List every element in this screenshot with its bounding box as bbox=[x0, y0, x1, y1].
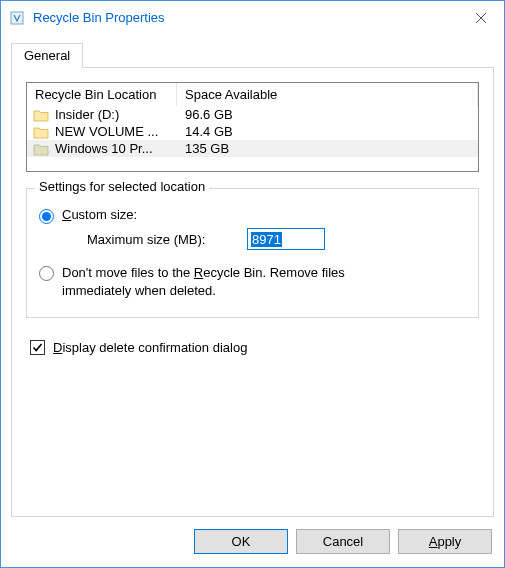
max-size-label: Maximum size (MB): bbox=[87, 232, 247, 247]
apply-button[interactable]: Apply bbox=[398, 529, 492, 554]
row-space: 135 GB bbox=[183, 141, 229, 156]
tab-label: General bbox=[24, 48, 70, 63]
row-name: NEW VOLUME ... bbox=[55, 124, 183, 139]
folder-icon bbox=[33, 108, 49, 122]
group-legend: Settings for selected location bbox=[35, 179, 209, 194]
radio-dont-move[interactable]: Don't move files to the Recycle Bin. Rem… bbox=[39, 264, 466, 299]
col-space-header[interactable]: Space Available bbox=[177, 83, 478, 106]
max-size-input-wrap[interactable]: 8971 bbox=[247, 228, 325, 250]
tab-panel: Recycle Bin Location Space Available Ins… bbox=[11, 67, 494, 517]
row-space: 96.6 GB bbox=[183, 107, 233, 122]
dialog-window: Recycle Bin Properties General Recycle B… bbox=[0, 0, 505, 568]
titlebar: Recycle Bin Properties bbox=[1, 1, 504, 34]
dialog-buttons: OK Cancel Apply bbox=[194, 529, 492, 554]
radio-custom-size[interactable]: Custom size: bbox=[39, 207, 466, 224]
ok-button[interactable]: OK bbox=[194, 529, 288, 554]
checkbox-label: Display delete confirmation dialog bbox=[53, 340, 247, 355]
row-name: Windows 10 Pr... bbox=[55, 141, 183, 156]
radio-custom-input[interactable] bbox=[39, 209, 54, 224]
max-size-value: 8971 bbox=[251, 232, 282, 247]
locations-list: Recycle Bin Location Space Available Ins… bbox=[26, 82, 479, 172]
row-name: Insider (D:) bbox=[55, 107, 183, 122]
radio-custom-label: Custom size: bbox=[62, 207, 137, 222]
checkbox-icon[interactable] bbox=[30, 340, 45, 355]
folder-icon bbox=[33, 125, 49, 139]
cancel-label: Cancel bbox=[323, 534, 363, 549]
row-space: 14.4 GB bbox=[183, 124, 233, 139]
close-button[interactable] bbox=[458, 1, 504, 34]
window-title: Recycle Bin Properties bbox=[33, 10, 458, 25]
max-size-row: Maximum size (MB): 8971 bbox=[87, 228, 466, 250]
list-row[interactable]: NEW VOLUME ... 14.4 GB bbox=[27, 123, 478, 140]
radio-dont-label: Don't move files to the Recycle Bin. Rem… bbox=[62, 264, 402, 299]
folder-icon bbox=[33, 142, 49, 156]
confirm-checkbox-row[interactable]: Display delete confirmation dialog bbox=[30, 340, 479, 355]
col-location-header[interactable]: Recycle Bin Location bbox=[27, 83, 177, 106]
apply-label: Apply bbox=[429, 534, 462, 549]
list-row[interactable]: Insider (D:) 96.6 GB bbox=[27, 106, 478, 123]
settings-group: Settings for selected location Custom si… bbox=[26, 188, 479, 318]
recycle-bin-icon bbox=[9, 10, 25, 26]
dialog-body: General Recycle Bin Location Space Avail… bbox=[1, 34, 504, 566]
list-header: Recycle Bin Location Space Available bbox=[27, 83, 478, 106]
ok-label: OK bbox=[232, 534, 251, 549]
radio-dont-input[interactable] bbox=[39, 266, 54, 281]
cancel-button[interactable]: Cancel bbox=[296, 529, 390, 554]
list-row[interactable]: Windows 10 Pr... 135 GB bbox=[27, 140, 478, 157]
tab-general[interactable]: General bbox=[11, 43, 83, 68]
